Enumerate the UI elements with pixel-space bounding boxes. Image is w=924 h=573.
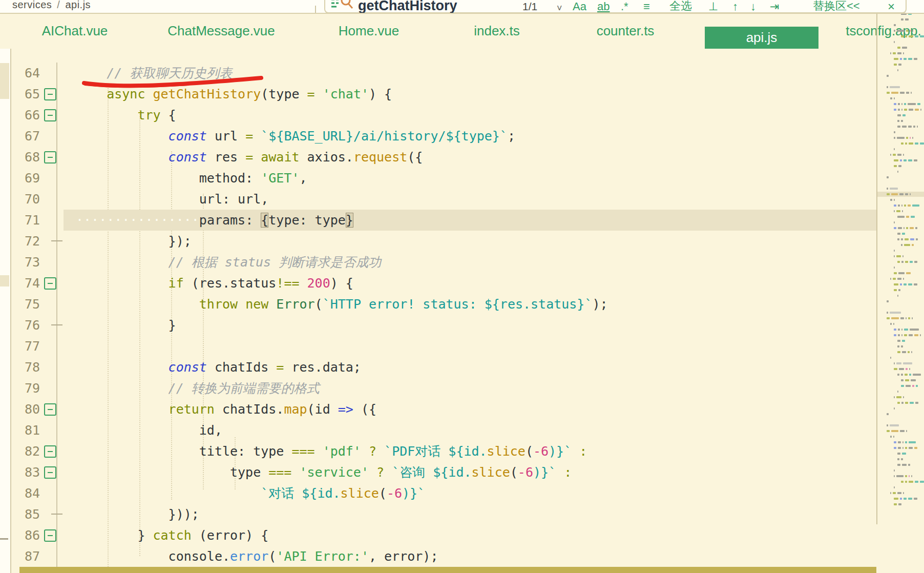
code-line[interactable]: 77 bbox=[0, 336, 876, 357]
breadcrumb-folder[interactable]: services bbox=[12, 0, 52, 10]
tab-index-ts[interactable]: index.ts bbox=[474, 13, 520, 49]
code-text[interactable]: if (res.status!== 200) { bbox=[76, 273, 353, 294]
code-line[interactable]: 85})); bbox=[0, 504, 876, 525]
gutter[interactable]: 75 bbox=[0, 294, 76, 315]
code-line[interactable]: 82title: type === 'pdf' ? `PDF对话 ${id.sl… bbox=[0, 441, 876, 462]
code-text[interactable]: }); bbox=[76, 231, 192, 252]
code-text[interactable]: // 根据 status 判断请求是否成功 bbox=[76, 252, 381, 273]
code-text[interactable]: method: 'GET', bbox=[76, 168, 307, 189]
fold-collapse-icon[interactable] bbox=[44, 466, 56, 479]
gutter[interactable]: 65 bbox=[0, 84, 76, 105]
code-line[interactable]: 66try { bbox=[0, 105, 876, 126]
code-line[interactable]: 83type === 'service' ? `咨询 ${id.slice(-6… bbox=[0, 462, 876, 483]
select-all-button[interactable]: 全选 bbox=[669, 0, 692, 14]
code-line[interactable]: 78const chatIds = res.data; bbox=[0, 357, 876, 378]
code-line[interactable]: 73// 根据 status 判断请求是否成功 bbox=[0, 252, 876, 273]
code-text[interactable]: // 转换为前端需要的格式 bbox=[76, 378, 320, 399]
gutter[interactable]: 85 bbox=[0, 504, 76, 525]
gutter[interactable]: 81 bbox=[0, 420, 76, 441]
code-text[interactable]: throw new Error(`HTTP error! status: ${r… bbox=[76, 294, 608, 315]
tab-api-js[interactable]: api.js bbox=[705, 27, 818, 49]
code-text[interactable]: const url = `${BASE_URL}/ai/history/${ty… bbox=[76, 126, 515, 147]
code-line[interactable]: 87console.error('API Error:', error); bbox=[0, 546, 876, 567]
gutter[interactable]: 77 bbox=[0, 336, 76, 357]
gutter[interactable]: 76 bbox=[0, 315, 76, 336]
prev-match-button[interactable]: ↑ bbox=[732, 0, 738, 13]
code-line[interactable]: 79// 转换为前端需要的格式 bbox=[0, 378, 876, 399]
fold-collapse-icon[interactable] bbox=[44, 277, 56, 290]
code-text[interactable]: } bbox=[76, 315, 176, 336]
code-line[interactable]: 81id, bbox=[0, 420, 876, 441]
code-text[interactable]: type === 'service' ? `咨询 ${id.slice(-6)}… bbox=[76, 462, 572, 483]
gutter[interactable]: 68 bbox=[0, 147, 76, 168]
tab-AIChat-vue[interactable]: AIChat.vue bbox=[42, 13, 108, 49]
gutter[interactable]: 83 bbox=[0, 462, 76, 483]
code-line[interactable]: 86} catch (error) { bbox=[0, 525, 876, 546]
gutter[interactable]: 74 bbox=[0, 273, 76, 294]
gutter[interactable]: 87 bbox=[0, 546, 76, 567]
gutter[interactable]: 82 bbox=[0, 441, 76, 462]
filter-button[interactable]: ≡ bbox=[643, 0, 650, 13]
search-dropdown-caret-icon[interactable]: ˅ bbox=[557, 3, 562, 14]
search-input[interactable]: getChatHistory bbox=[358, 0, 457, 14]
code-line[interactable]: 75throw new Error(`HTTP error! status: $… bbox=[0, 294, 876, 315]
replace-toggle-button[interactable]: 替换区<< bbox=[813, 0, 860, 14]
fold-collapse-icon[interactable] bbox=[44, 109, 56, 121]
code-text[interactable]: const res = await axios.request({ bbox=[76, 147, 423, 168]
anchor-icon[interactable]: ⊥ bbox=[708, 0, 718, 13]
code-line[interactable]: 71················params: {type: type} bbox=[0, 210, 876, 231]
code-text[interactable]: console.error('API Error:', error); bbox=[76, 546, 438, 567]
tab-counter-ts[interactable]: counter.ts bbox=[597, 13, 655, 49]
left-gutter-strip[interactable] bbox=[0, 49, 11, 573]
fold-collapse-icon[interactable] bbox=[44, 529, 56, 542]
gutter[interactable]: 86 bbox=[0, 525, 76, 546]
next-match-button[interactable]: ↓ bbox=[750, 0, 756, 13]
code-line[interactable]: 84`对话 ${id.slice(-6)}` bbox=[0, 483, 876, 504]
whole-word-button[interactable]: ab bbox=[597, 0, 610, 13]
code-line[interactable]: 80return chatIds.map(id => ({ bbox=[0, 399, 876, 420]
close-search-button[interactable]: × bbox=[888, 0, 895, 14]
breadcrumb[interactable]: services/api.js bbox=[12, 0, 91, 11]
gutter[interactable]: 72 bbox=[0, 231, 76, 252]
gutter[interactable]: 66 bbox=[0, 105, 76, 126]
fold-collapse-icon[interactable] bbox=[44, 88, 56, 100]
fold-collapse-icon[interactable] bbox=[44, 445, 56, 458]
tab-ChatMessage-vue[interactable]: ChatMessage.vue bbox=[167, 13, 275, 49]
minimap[interactable] bbox=[877, 13, 924, 524]
match-case-button[interactable]: Aa bbox=[573, 0, 586, 13]
code-text[interactable]: url: url, bbox=[76, 189, 268, 210]
code-text[interactable]: try { bbox=[76, 105, 176, 126]
code-line[interactable]: 67const url = `${BASE_URL}/ai/history/${… bbox=[0, 126, 876, 147]
code-line[interactable]: 69method: 'GET', bbox=[0, 168, 876, 189]
goto-icon[interactable]: ⇥ bbox=[770, 0, 779, 13]
code-line[interactable]: 74if (res.status!== 200) { bbox=[0, 273, 876, 294]
code-line[interactable]: 70url: url, bbox=[0, 189, 876, 210]
gutter[interactable]: 80 bbox=[0, 399, 76, 420]
gutter[interactable]: 78 bbox=[0, 357, 76, 378]
fold-collapse-icon[interactable] bbox=[44, 403, 56, 416]
code-text[interactable]: id, bbox=[76, 420, 222, 441]
gutter[interactable]: 67 bbox=[0, 126, 76, 147]
horizontal-scrollbar[interactable] bbox=[19, 567, 876, 573]
code-text[interactable]: `对话 ${id.slice(-6)}` bbox=[76, 483, 425, 504]
breadcrumb-file[interactable]: api.js bbox=[65, 0, 91, 10]
code-text[interactable]: title: type === 'pdf' ? `PDF对话 ${id.slic… bbox=[76, 441, 587, 462]
gutter[interactable]: 69 bbox=[0, 168, 76, 189]
code-line[interactable]: 68const res = await axios.request({ bbox=[0, 147, 876, 168]
code-line[interactable]: 72}); bbox=[0, 231, 876, 252]
code-text[interactable]: })); bbox=[76, 504, 199, 525]
gutter[interactable]: 71 bbox=[0, 210, 76, 231]
gutter[interactable]: 79 bbox=[0, 378, 76, 399]
tab-Home-vue[interactable]: Home.vue bbox=[339, 13, 400, 49]
gutter[interactable]: 73 bbox=[0, 252, 76, 273]
code-text[interactable]: const chatIds = res.data; bbox=[76, 357, 361, 378]
gutter[interactable]: 84 bbox=[0, 483, 76, 504]
code-text[interactable]: ················params: {type: type} bbox=[76, 210, 353, 231]
code-text[interactable]: return chatIds.map(id => ({ bbox=[76, 399, 376, 420]
code-text[interactable]: } catch (error) { bbox=[76, 525, 268, 546]
gutter[interactable]: 64 bbox=[0, 63, 76, 84]
fold-collapse-icon[interactable] bbox=[44, 151, 56, 163]
regex-button[interactable]: .* bbox=[621, 0, 628, 13]
code-line[interactable]: 76} bbox=[0, 315, 876, 336]
gutter[interactable]: 70 bbox=[0, 189, 76, 210]
